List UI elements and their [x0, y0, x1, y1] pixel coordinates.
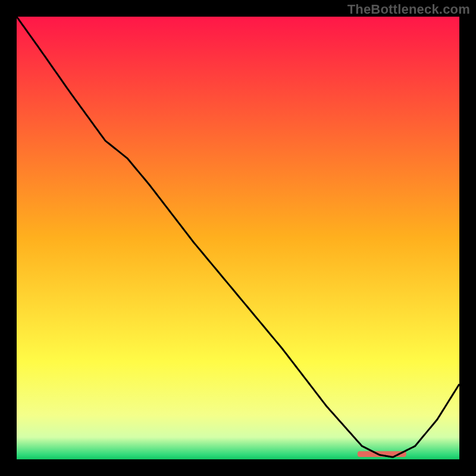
- chart-frame: TheBottleneck.com: [0, 0, 476, 476]
- gradient-background: [17, 17, 459, 459]
- watermark-text: TheBottleneck.com: [347, 2, 470, 17]
- chart-svg: [17, 17, 459, 459]
- plot-area: [17, 17, 459, 459]
